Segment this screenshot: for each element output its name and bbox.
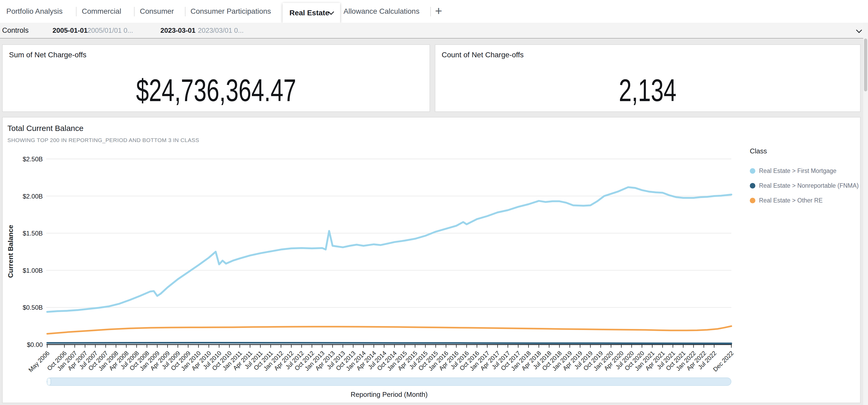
gridlines — [46, 159, 731, 307]
kpi-title: Sum of Net Charge-offs — [9, 51, 87, 59]
filter-start-date-value[interactable]: 2005-01-01 — [53, 23, 88, 38]
kpi-value: 2,134 — [435, 73, 860, 108]
filter-end-date-value[interactable]: 2023-03-01 — [160, 23, 195, 38]
tab-real-estate-active[interactable]: Real Estate — [283, 3, 340, 23]
legend-label: Real Estate > Nonreportable (FNMA) — [759, 182, 859, 189]
legend-item-first-mortgage[interactable]: Real Estate > First Mortgage — [750, 167, 858, 175]
tab-separator — [430, 7, 431, 17]
sheet-tab-bar: Portfolio Analysis Commercial Consumer C… — [0, 0, 868, 23]
svg-text:$2.00B: $2.00B — [23, 193, 43, 200]
tab-portfolio-analysis[interactable]: Portfolio Analysis — [6, 0, 63, 23]
series-lines — [47, 187, 731, 344]
svg-text:May 2006: May 2006 — [27, 350, 51, 373]
svg-text:$1.50B: $1.50B — [23, 230, 43, 237]
kpi-value: $24,736,364.47 — [3, 73, 430, 108]
legend-label: Real Estate > Other RE — [759, 197, 823, 204]
x-axis-tick-labels: May 2006Oct 2006Jan 2007Apr 2007Jul 2007… — [27, 350, 735, 373]
svg-text:$0.00: $0.00 — [27, 341, 43, 348]
tab-allowance-calculations[interactable]: Allowance Calculations — [343, 0, 420, 23]
tab-separator — [185, 7, 185, 17]
legend-item-other-re[interactable]: Real Estate > Other RE — [750, 197, 858, 204]
tab-separator — [76, 7, 76, 17]
add-sheet-button[interactable]: + — [435, 0, 442, 23]
page-scrollbar-thumb[interactable] — [864, 38, 867, 91]
controls-collapse-chevron-icon[interactable] — [856, 27, 862, 33]
series-line-1[interactable] — [47, 343, 731, 344]
dashboard-page: Portfolio Analysis Commercial Consumer C… — [0, 0, 868, 405]
filter-end-date-detail[interactable]: 2023/03/01 0... — [198, 23, 244, 38]
filter-start-date-detail[interactable]: 2005/01/01 0... — [87, 23, 133, 38]
kpi-title: Count of Net Charge-offs — [442, 51, 524, 59]
series-line-0[interactable] — [47, 187, 731, 312]
date-range-scrollbar[interactable] — [47, 378, 731, 386]
tab-separator — [134, 7, 134, 17]
series-line-2[interactable] — [47, 326, 731, 334]
x-axis — [46, 345, 732, 348]
scrollbar-left-grip[interactable] — [47, 378, 51, 385]
chart-legend: Class Real Estate > First Mortgage Real … — [750, 147, 858, 212]
legend-title: Class — [750, 147, 858, 155]
controls-title: Controls — [2, 23, 29, 38]
svg-text:$2.50B: $2.50B — [23, 155, 43, 163]
legend-dot-icon — [750, 168, 755, 174]
legend-dot-icon — [750, 198, 755, 203]
kpi-card-count-net-charge-offs: Count of Net Charge-offs 2,134 — [435, 45, 861, 112]
svg-text:$0.50B: $0.50B — [23, 304, 43, 311]
line-chart-card: Total Current Balance SHOWING TOP 200 IN… — [2, 117, 861, 403]
tab-consumer[interactable]: Consumer — [140, 0, 174, 23]
tab-commercial[interactable]: Commercial — [82, 0, 121, 23]
y-axis-tick-labels: $2.50B$2.00B$1.50B$1.00B$0.50B$0.00 — [23, 155, 43, 348]
svg-text:$1.00B: $1.00B — [23, 267, 43, 274]
tab-consumer-participations[interactable]: Consumer Participations — [190, 0, 271, 23]
legend-dot-icon — [750, 183, 755, 189]
kpi-card-sum-net-charge-offs: Sum of Net Charge-offs $24,736,364.47 — [2, 45, 430, 112]
line-chart-plot: $2.50B$2.00B$1.50B$1.00B$0.50B$0.00May 2… — [3, 117, 861, 404]
tab-real-estate-label: Real Estate — [289, 3, 329, 23]
legend-item-nonreportable-fnma[interactable]: Real Estate > Nonreportable (FNMA) — [750, 182, 858, 189]
page-scrollbar-track[interactable] — [863, 23, 868, 405]
x-axis-title: Reporting Period (Month) — [3, 390, 776, 399]
controls-bar: Controls 2005-01-01 2005/01/01 0... 2023… — [0, 23, 868, 38]
legend-label: Real Estate > First Mortgage — [759, 167, 836, 175]
